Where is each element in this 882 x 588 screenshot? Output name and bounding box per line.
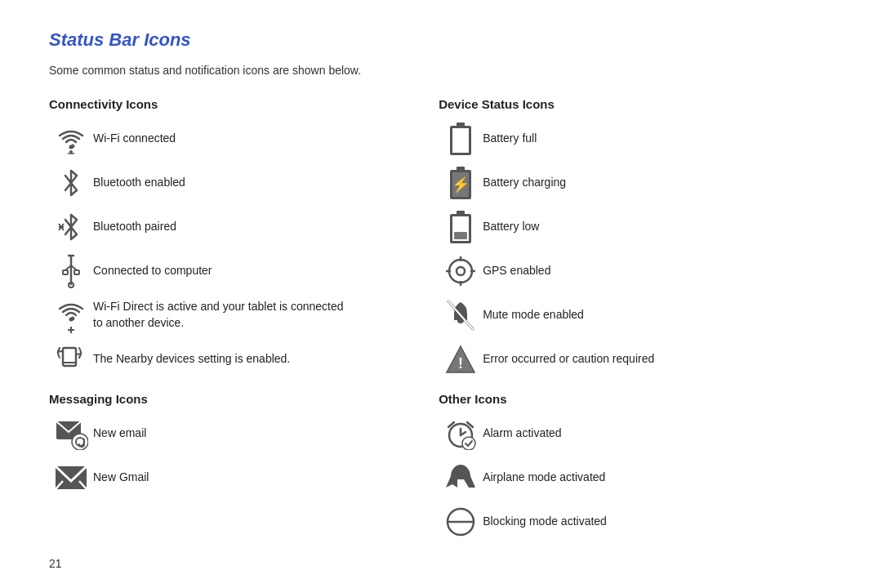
- wifi-direct-label: Wi-Fi Direct is active and your tablet i…: [93, 299, 344, 331]
- battery-full-label: Battery full: [483, 131, 537, 147]
- connectivity-heading: Connectivity Icons: [49, 97, 398, 111]
- list-item: New email: [49, 416, 398, 452]
- intro-text: Some common status and notification icon…: [49, 62, 833, 79]
- battery-charging-icon: ⚡: [439, 167, 483, 199]
- alarm-label: Alarm activated: [483, 425, 561, 442]
- new-email-icon: [49, 417, 93, 450]
- mute-icon: [439, 299, 483, 332]
- list-item: New Gmail: [49, 460, 398, 496]
- usb-icon: [49, 254, 93, 288]
- svg-point-0: [69, 145, 74, 149]
- wifi-direct-icon: [49, 297, 93, 333]
- list-item: ! Error occurred or caution required: [439, 341, 833, 377]
- wifi-label: Wi-Fi connected: [93, 131, 176, 147]
- list-item: Bluetooth paired: [49, 209, 398, 245]
- battery-low-label: Battery low: [483, 219, 539, 235]
- list-item: Mute mode enabled: [439, 297, 833, 333]
- battery-low-icon: [439, 211, 483, 243]
- svg-point-24: [449, 260, 472, 283]
- list-item: Battery full: [439, 121, 833, 157]
- bluetooth-label: Bluetooth enabled: [93, 175, 185, 191]
- wifi-icon: [49, 123, 93, 154]
- svg-rect-9: [63, 270, 68, 274]
- list-item: GPS enabled: [439, 253, 833, 289]
- page-title: Status Bar Icons: [49, 29, 833, 51]
- device-status-heading: Device Status Icons: [439, 97, 833, 111]
- list-item: Alarm activated: [439, 416, 833, 452]
- airplane-label: Airplane mode activated: [483, 470, 605, 486]
- nearby-label: The Nearby devices setting is enabled.: [93, 351, 290, 368]
- messaging-heading: Messaging Icons: [49, 392, 398, 406]
- list-item: Airplane mode activated: [439, 460, 833, 496]
- list-item: ⚡ Battery charging: [439, 165, 833, 201]
- gps-icon: [439, 255, 483, 287]
- list-item: Connected to computer: [49, 253, 398, 289]
- gps-label: GPS enabled: [483, 263, 550, 279]
- other-icons-heading: Other Icons: [439, 392, 833, 406]
- svg-point-39: [462, 437, 475, 450]
- usb-label: Connected to computer: [93, 263, 212, 279]
- error-icon: !: [439, 344, 483, 375]
- list-item: Blocking mode activated: [439, 504, 833, 540]
- bluetooth-paired-icon: [49, 212, 93, 243]
- list-item: Bluetooth enabled: [49, 165, 398, 201]
- list-item: Battery low: [439, 209, 833, 245]
- nearby-icon: [49, 341, 93, 377]
- new-gmail-icon: [49, 463, 93, 492]
- blocking-icon: [439, 506, 483, 538]
- svg-point-19: [72, 434, 88, 450]
- new-gmail-label: New Gmail: [93, 470, 149, 486]
- alarm-icon: [439, 417, 483, 450]
- list-item: Wi-Fi connected: [49, 121, 398, 157]
- svg-rect-10: [74, 270, 79, 274]
- mute-label: Mute mode enabled: [483, 307, 584, 323]
- battery-full-icon: [439, 122, 483, 155]
- page-number: 21: [49, 557, 62, 570]
- svg-point-25: [457, 267, 465, 275]
- blocking-label: Blocking mode activated: [483, 514, 607, 530]
- error-label: Error occurred or caution required: [483, 351, 654, 368]
- svg-text:!: !: [458, 355, 463, 372]
- list-item: The Nearby devices setting is enabled.: [49, 341, 398, 377]
- new-email-label: New email: [93, 425, 146, 442]
- battery-charging-label: Battery charging: [483, 175, 566, 191]
- list-item: Wi-Fi Direct is active and your tablet i…: [49, 297, 398, 333]
- svg-point-13: [69, 318, 74, 322]
- bluetooth-icon: [49, 167, 93, 198]
- airplane-icon: [439, 461, 483, 494]
- bluetooth-paired-label: Bluetooth paired: [93, 219, 176, 235]
